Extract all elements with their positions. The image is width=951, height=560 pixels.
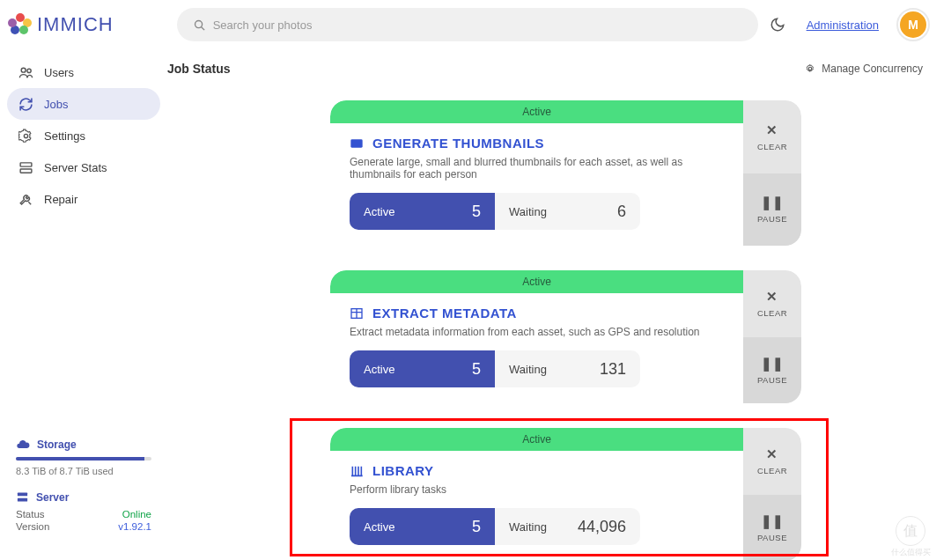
sync-icon xyxy=(18,97,33,112)
pause-label: PAUSE xyxy=(757,533,787,542)
svg-point-4 xyxy=(24,134,27,137)
waiting-count: 6 xyxy=(617,203,626,221)
active-count: 5 xyxy=(472,203,481,221)
waiting-stat: Waiting44,096 xyxy=(495,508,640,545)
pause-button[interactable]: ❚❚PAUSE xyxy=(743,337,801,404)
status-stripe: Active xyxy=(330,270,743,293)
close-icon: ✕ xyxy=(766,122,778,138)
search-bar[interactable] xyxy=(177,8,758,41)
version-label: Version xyxy=(16,521,49,532)
pause-label: PAUSE xyxy=(757,375,787,385)
job-description: Generate large, small and blurred thumbn… xyxy=(350,156,724,181)
svg-point-11 xyxy=(809,67,813,70)
active-count: 5 xyxy=(472,518,481,536)
svg-rect-12 xyxy=(350,139,362,147)
storage-detail: 8.3 TiB of 8.7 TiB used xyxy=(16,466,151,476)
close-icon: ✕ xyxy=(766,446,778,462)
waiting-count: 44,096 xyxy=(578,518,626,536)
storage-bar xyxy=(16,457,151,461)
sidebar-item-label: Settings xyxy=(44,129,85,143)
job-description: Extract metadata information from each a… xyxy=(350,326,724,338)
active-label: Active xyxy=(364,363,394,376)
svg-rect-9 xyxy=(18,493,27,497)
search-input[interactable] xyxy=(213,18,742,32)
server-title: Server xyxy=(36,491,69,504)
pause-icon: ❚❚ xyxy=(761,195,785,210)
sidebar-item-server-stats[interactable]: Server Stats xyxy=(7,151,160,183)
job-title: EXTRACT METADATA xyxy=(372,306,517,321)
pause-label: PAUSE xyxy=(757,214,787,224)
administration-link[interactable]: Administration xyxy=(807,18,879,32)
logo[interactable]: IMMICH xyxy=(9,13,114,36)
server-icon xyxy=(18,160,33,175)
job-title: LIBRARY xyxy=(372,463,434,478)
job-description: Perform library tasks xyxy=(350,483,724,496)
table-icon xyxy=(350,306,364,321)
page-title: Job Status xyxy=(167,62,231,76)
logo-flower-icon xyxy=(9,13,32,36)
sidebar-item-repair[interactable]: Repair xyxy=(7,183,160,215)
svg-point-0 xyxy=(195,20,202,27)
waiting-label: Waiting xyxy=(509,363,547,376)
sidebar-item-label: Server Stats xyxy=(44,161,107,174)
pause-button[interactable]: ❚❚PAUSE xyxy=(743,173,801,247)
app-header: IMMICH Administration M xyxy=(0,0,951,49)
status-label: Status xyxy=(16,509,45,519)
server-block: Server StatusOnline Versionv1.92.1 xyxy=(16,490,151,532)
sidebar: Users Jobs Settings Server Stats Repair … xyxy=(0,49,167,560)
sidebar-item-label: Repair xyxy=(44,193,77,206)
status-stripe: Active xyxy=(330,100,743,123)
gear-icon xyxy=(18,129,33,144)
clear-button[interactable]: ✕CLEAR xyxy=(743,428,801,495)
sidebar-item-settings[interactable]: Settings xyxy=(7,120,160,151)
job-card-library: Active LIBRARY Perform library tasks Act… xyxy=(330,428,801,560)
gear-icon xyxy=(804,63,816,75)
pause-icon: ❚❚ xyxy=(761,356,785,372)
sidebar-item-users[interactable]: Users xyxy=(7,56,160,88)
pause-button[interactable]: ❚❚PAUSE xyxy=(743,495,801,561)
svg-rect-5 xyxy=(20,162,32,166)
active-label: Active xyxy=(364,520,394,534)
tools-icon xyxy=(18,192,33,207)
job-card-metadata: Active EXTRACT METADATA Extract metadata… xyxy=(330,270,801,403)
sidebar-item-label: Users xyxy=(44,66,74,79)
waiting-label: Waiting xyxy=(509,205,547,218)
active-stat: Active5 xyxy=(350,193,495,230)
sidebar-footer: Storage 8.3 TiB of 8.7 TiB used Server S… xyxy=(7,438,160,546)
svg-rect-10 xyxy=(18,498,27,502)
manage-label: Manage Concurrency xyxy=(822,63,923,75)
storage-bar-fill xyxy=(16,457,144,461)
server-small-icon xyxy=(16,490,29,504)
sidebar-item-label: Jobs xyxy=(44,98,68,111)
clear-label: CLEAR xyxy=(757,466,787,475)
clear-button[interactable]: ✕CLEAR xyxy=(743,100,801,173)
manage-concurrency-button[interactable]: Manage Concurrency xyxy=(804,63,923,75)
app-name: IMMICH xyxy=(37,13,114,36)
main-header: Job Status Manage Concurrency xyxy=(167,62,923,76)
avatar[interactable]: M xyxy=(900,11,926,38)
status-value: Online xyxy=(122,509,151,519)
version-value[interactable]: v1.92.1 xyxy=(118,521,151,532)
users-icon xyxy=(18,65,33,80)
jobs-list: Active GENERATE THUMBNAILS Generate larg… xyxy=(167,100,923,560)
waiting-count: 131 xyxy=(600,360,626,379)
waiting-stat: Waiting6 xyxy=(495,193,640,230)
svg-line-1 xyxy=(201,26,203,29)
pause-icon: ❚❚ xyxy=(761,513,785,529)
sidebar-item-jobs[interactable]: Jobs xyxy=(7,88,160,120)
active-count: 5 xyxy=(472,360,481,379)
active-label: Active xyxy=(364,205,394,218)
waiting-stat: Waiting131 xyxy=(495,350,640,387)
active-stat: Active5 xyxy=(350,508,495,545)
cloud-icon xyxy=(16,438,30,452)
svg-point-3 xyxy=(26,69,30,72)
job-title: GENERATE THUMBNAILS xyxy=(372,136,544,151)
header-actions: Administration M xyxy=(770,11,926,38)
close-icon: ✕ xyxy=(766,289,778,305)
clear-label: CLEAR xyxy=(757,308,787,318)
clear-label: CLEAR xyxy=(757,142,787,151)
clear-button[interactable]: ✕CLEAR xyxy=(743,270,801,337)
image-jpg-icon xyxy=(350,136,364,151)
theme-toggle-icon[interactable] xyxy=(770,17,785,33)
waiting-label: Waiting xyxy=(509,520,547,534)
